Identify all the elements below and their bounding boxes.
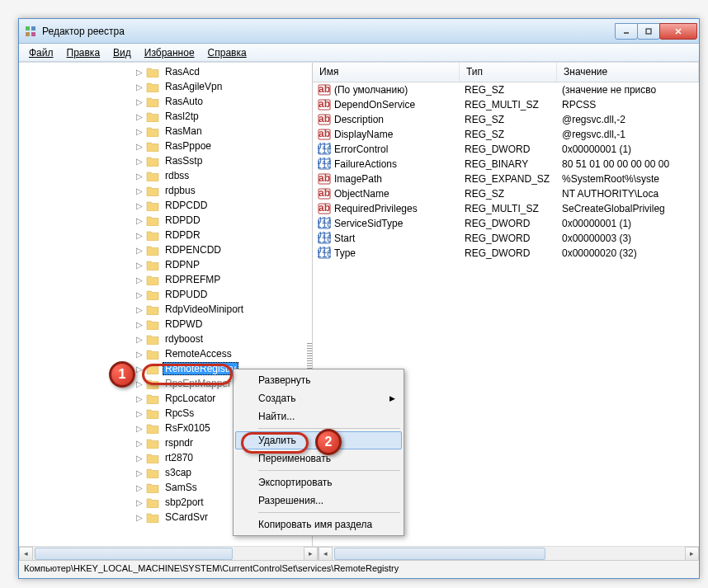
expander-icon[interactable]: ▷: [135, 394, 144, 403]
cm-expand[interactable]: Развернуть: [235, 371, 402, 389]
expander-icon[interactable]: ▷: [135, 157, 144, 166]
expander-icon[interactable]: ▷: [135, 320, 144, 329]
expander-icon[interactable]: ▷: [135, 379, 144, 388]
col-header-name[interactable]: Имя: [313, 63, 460, 82]
cm-export[interactable]: Экспортировать: [235, 473, 402, 492]
value-type: REG_MULTI_SZ: [460, 203, 557, 214]
list-row[interactable]: DescriptionREG_SZ@regsvc.dll,-2: [313, 112, 699, 127]
expander-icon[interactable]: ▷: [135, 246, 144, 255]
expander-icon[interactable]: ▷: [135, 454, 144, 463]
scroll-thumb-right[interactable]: [334, 548, 545, 560]
scroll-left-button[interactable]: ◂: [19, 547, 33, 561]
tree-item-rdpencdd[interactable]: ▷RDPENCDD: [19, 242, 312, 257]
close-button[interactable]: [659, 23, 697, 40]
expander-icon[interactable]: ▷: [135, 365, 144, 374]
list-row[interactable]: ImagePathREG_EXPAND_SZ%SystemRoot%\syste: [313, 172, 699, 186]
cm-rename[interactable]: Переименовать: [235, 449, 402, 468]
binary-value-icon: [318, 217, 331, 230]
expander-icon[interactable]: ▷: [135, 468, 144, 477]
value-type: REG_MULTI_SZ: [460, 99, 557, 111]
menu-view[interactable]: Вид: [106, 45, 138, 60]
tree-item-rdprefmp[interactable]: ▷RDPREFMP: [19, 272, 312, 287]
expander-icon[interactable]: ▷: [135, 305, 144, 314]
tree-item-rdpvideominiport[interactable]: ▷RdpVideoMiniport: [19, 302, 312, 317]
list-row[interactable]: DependOnServiceREG_MULTI_SZRPCSS: [313, 97, 699, 112]
expander-icon[interactable]: ▷: [135, 112, 144, 121]
binary-value-icon: [318, 158, 331, 171]
expander-icon[interactable]: ▷: [135, 68, 144, 77]
tree-item-rasman[interactable]: ▷RasMan: [19, 124, 312, 139]
tree-item-remoteaccess[interactable]: ▷RemoteAccess: [19, 346, 312, 361]
expander-icon[interactable]: ▷: [135, 275, 144, 285]
folder-icon: [146, 452, 159, 463]
expander-icon[interactable]: ▷: [135, 261, 144, 270]
expander-icon[interactable]: ▷: [135, 127, 144, 136]
tree-item-rdyboost[interactable]: ▷rdyboost: [19, 332, 312, 346]
expander-icon[interactable]: ▷: [135, 82, 144, 92]
menu-help[interactable]: Справка: [201, 45, 253, 60]
expander-icon[interactable]: ▷: [135, 498, 144, 507]
menu-file[interactable]: Файл: [22, 45, 60, 60]
list-row[interactable]: StartREG_DWORD0x00000003 (3): [313, 231, 699, 246]
col-header-value[interactable]: Значение: [557, 63, 699, 82]
expander-icon[interactable]: ▷: [135, 483, 144, 492]
tree-item-label: RasAuto: [163, 95, 205, 108]
list-row[interactable]: ServiceSidTypeREG_DWORD0x00000001 (1): [313, 216, 699, 231]
tree-item-raspppoe[interactable]: ▷RasPppoe: [19, 139, 312, 153]
tree-item-rdpnp[interactable]: ▷RDPNP: [19, 257, 312, 272]
list-row[interactable]: (По умолчанию)REG_SZ(значение не присво: [313, 82, 699, 97]
tree-item-label: RpcSs: [163, 407, 196, 420]
expander-icon[interactable]: ▷: [135, 231, 144, 240]
cm-find[interactable]: Найти...: [235, 407, 402, 426]
tree-item-rdpcdd[interactable]: ▷RDPCDD: [19, 198, 312, 213]
expander-icon[interactable]: ▷: [135, 172, 144, 181]
expander-icon[interactable]: ▷: [135, 409, 144, 418]
value-name: FailureActions: [334, 158, 397, 170]
expander-icon[interactable]: ▷: [135, 350, 144, 359]
cm-permissions[interactable]: Разрешения...: [235, 492, 402, 510]
maximize-button[interactable]: [637, 23, 660, 40]
list-row[interactable]: TypeREG_DWORD0x00000020 (32): [313, 246, 699, 261]
expander-icon[interactable]: ▷: [135, 97, 144, 106]
menu-edit[interactable]: Правка: [60, 45, 107, 60]
list-row[interactable]: ErrorControlREG_DWORD0x00000001 (1): [313, 142, 699, 157]
expander-icon[interactable]: ▷: [135, 201, 144, 210]
tree-item-rdpwd[interactable]: ▷RDPWD: [19, 317, 312, 332]
expander-icon[interactable]: ▷: [135, 290, 144, 299]
expander-icon[interactable]: ▷: [135, 186, 144, 195]
tree-item-rasacd[interactable]: ▷RasAcd: [19, 64, 312, 79]
tree-item-rdpbus[interactable]: ▷rdpbus: [19, 183, 312, 198]
list-row[interactable]: FailureActionsREG_BINARY80 51 01 00 00 0…: [313, 157, 699, 172]
list-row[interactable]: ObjectNameREG_SZNT AUTHORITY\Loca: [313, 186, 699, 201]
value-name: Start: [334, 233, 355, 244]
tree-item-rassstp[interactable]: ▷RasSstp: [19, 153, 312, 168]
scroll-thumb-left[interactable]: [35, 548, 233, 560]
horizontal-scrollbar[interactable]: ◂ ▸ ◂ ▸: [19, 546, 699, 560]
tree-item-rasagilevpn[interactable]: ▷RasAgileVpn: [19, 79, 312, 94]
scroll-left-button-2[interactable]: ◂: [319, 547, 333, 561]
cm-copy-key-name[interactable]: Копировать имя раздела: [235, 515, 402, 534]
tree-item-rasl2tp[interactable]: ▷Rasl2tp: [19, 109, 312, 124]
scroll-right-button-2[interactable]: ▸: [685, 547, 699, 561]
expander-icon[interactable]: ▷: [135, 424, 144, 433]
scroll-right-button[interactable]: ▸: [304, 547, 318, 561]
list-row[interactable]: RequiredPrivilegesREG_MULTI_SZSeCreateGl…: [313, 201, 699, 216]
tree-item-rasauto[interactable]: ▷RasAuto: [19, 94, 312, 109]
col-header-type[interactable]: Тип: [460, 63, 557, 82]
tree-item-rdbss[interactable]: ▷rdbss: [19, 168, 312, 183]
cm-create[interactable]: Создать▶: [235, 389, 402, 407]
expander-icon[interactable]: ▷: [135, 335, 144, 344]
minimize-button[interactable]: [615, 23, 638, 40]
tree-item-label: sbp2port: [163, 496, 206, 509]
list-row[interactable]: DisplayNameREG_SZ@regsvc.dll,-1: [313, 127, 699, 142]
expander-icon[interactable]: ▷: [135, 513, 144, 522]
tree-item-rdpudd[interactable]: ▷RDPUDD: [19, 287, 312, 302]
tree-item-rdpdd[interactable]: ▷RDPDD: [19, 213, 312, 228]
expander-icon[interactable]: ▷: [135, 439, 144, 448]
titlebar[interactable]: Редактор реестра: [19, 19, 699, 44]
tree-item-rdpdr[interactable]: ▷RDPDR: [19, 228, 312, 242]
value-name: DependOnService: [334, 99, 415, 111]
menu-favorites[interactable]: Избранное: [138, 45, 201, 60]
expander-icon[interactable]: ▷: [135, 216, 144, 225]
expander-icon[interactable]: ▷: [135, 142, 144, 151]
